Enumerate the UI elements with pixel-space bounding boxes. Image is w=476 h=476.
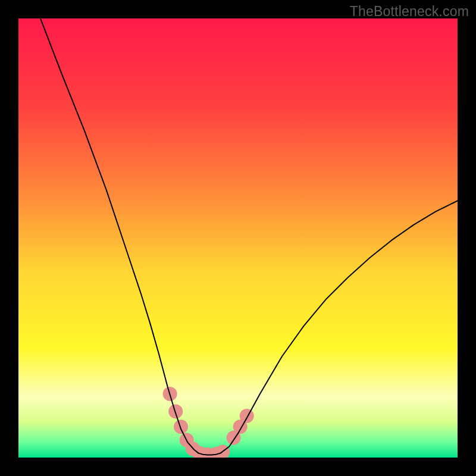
chart-svg (18, 18, 458, 458)
chart-plot-area (18, 18, 458, 458)
highlight-bead (240, 409, 254, 423)
highlight-bead (174, 419, 188, 434)
chart-frame: TheBottleneck.com (0, 0, 476, 476)
watermark-text: TheBottleneck.com (350, 4, 469, 20)
chart-background (18, 18, 458, 458)
